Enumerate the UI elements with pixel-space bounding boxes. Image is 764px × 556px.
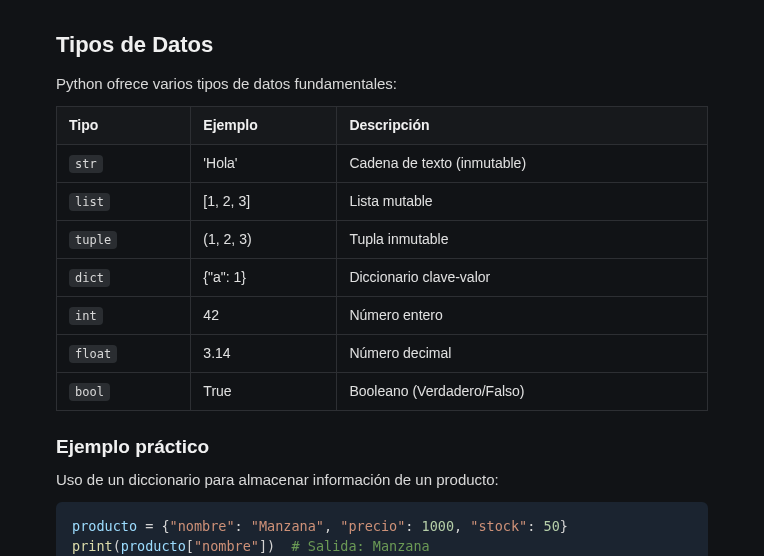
cell-type: float (57, 334, 191, 372)
code-content: producto = {"nombre": "Manzana", "precio… (72, 518, 568, 555)
cell-example: 42 (191, 296, 337, 334)
cell-example: 3.14 (191, 334, 337, 372)
type-code: dict (69, 269, 110, 287)
code-token: : (405, 518, 421, 534)
cell-desc: Booleano (Verdadero/Falso) (337, 372, 708, 410)
code-token: 50 (544, 518, 560, 534)
cell-type: int (57, 296, 191, 334)
table-row: tuple(1, 2, 3)Tupla inmutable (57, 220, 708, 258)
section-heading: Tipos de Datos (56, 28, 708, 61)
table-header-row: Tipo Ejemplo Descripción (57, 106, 708, 144)
cell-desc: Lista mutable (337, 182, 708, 220)
code-token: "Manzana" (251, 518, 324, 534)
cell-example: (1, 2, 3) (191, 220, 337, 258)
type-code: list (69, 193, 110, 211)
cell-type: tuple (57, 220, 191, 258)
example-heading: Ejemplo práctico (56, 433, 708, 462)
cell-type: dict (57, 258, 191, 296)
table-row: dict{"a": 1}Diccionario clave-valor (57, 258, 708, 296)
cell-example: [1, 2, 3] (191, 182, 337, 220)
type-code: float (69, 345, 117, 363)
code-token: "nombre" (170, 518, 235, 534)
cell-example: {"a": 1} (191, 258, 337, 296)
code-token: } (560, 518, 568, 534)
cell-type: str (57, 144, 191, 182)
table-row: list[1, 2, 3]Lista mutable (57, 182, 708, 220)
code-token: [ (186, 538, 194, 554)
code-token: producto (72, 518, 137, 534)
code-token: "stock" (470, 518, 527, 534)
table-row: float3.14Número decimal (57, 334, 708, 372)
col-header-example: Ejemplo (191, 106, 337, 144)
code-token: "nombre" (194, 538, 259, 554)
cell-desc: Número entero (337, 296, 708, 334)
code-token: print (72, 538, 113, 554)
code-token: 1000 (422, 518, 455, 534)
type-code: str (69, 155, 103, 173)
cell-desc: Tupla inmutable (337, 220, 708, 258)
code-token: = { (137, 518, 170, 534)
table-row: str'Hola'Cadena de texto (inmutable) (57, 144, 708, 182)
cell-type: list (57, 182, 191, 220)
cell-example: 'Hola' (191, 144, 337, 182)
code-token: , (454, 518, 470, 534)
table-row: boolTrueBooleano (Verdadero/Falso) (57, 372, 708, 410)
code-token: ]) (259, 538, 292, 554)
type-code: int (69, 307, 103, 325)
col-header-type: Tipo (57, 106, 191, 144)
cell-example: True (191, 372, 337, 410)
cell-desc: Número decimal (337, 334, 708, 372)
cell-desc: Cadena de texto (inmutable) (337, 144, 708, 182)
code-token: # Salida: Manzana (292, 538, 430, 554)
example-intro: Uso de un diccionario para almacenar inf… (56, 469, 708, 492)
code-token: , (324, 518, 340, 534)
code-token: : (235, 518, 251, 534)
col-header-desc: Descripción (337, 106, 708, 144)
code-block: producto = {"nombre": "Manzana", "precio… (56, 502, 708, 557)
type-code: tuple (69, 231, 117, 249)
type-code: bool (69, 383, 110, 401)
section-intro: Python ofrece varios tipos de datos fund… (56, 73, 708, 96)
code-token: producto (121, 538, 186, 554)
code-token: : (527, 518, 543, 534)
code-token: "precio" (340, 518, 405, 534)
cell-type: bool (57, 372, 191, 410)
types-table: Tipo Ejemplo Descripción str'Hola'Cadena… (56, 106, 708, 411)
table-row: int42Número entero (57, 296, 708, 334)
cell-desc: Diccionario clave-valor (337, 258, 708, 296)
code-token: ( (113, 538, 121, 554)
